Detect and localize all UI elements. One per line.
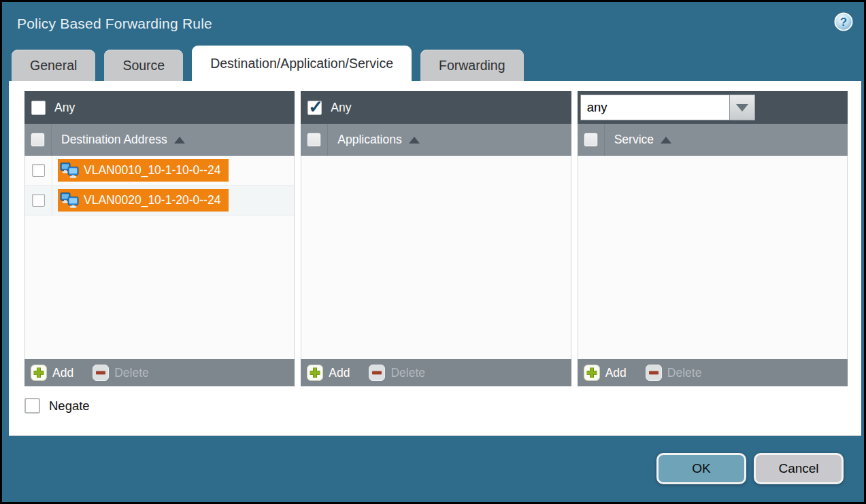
tab-forwarding[interactable]: Forwarding [420,50,524,81]
destination-any-label: Any [54,101,75,115]
applications-any-label: Any [331,101,351,115]
minus-icon [646,365,662,381]
sort-ascending-icon [174,137,185,144]
delete-button[interactable]: Delete [93,365,149,381]
dropdown-button[interactable] [730,95,755,120]
service-column: any Service [578,91,848,386]
service-footer-bar: Add Delete [578,359,848,386]
delete-button[interactable]: Delete [646,365,702,381]
applications-header-label[interactable]: Applications [337,133,401,147]
delete-button[interactable]: Delete [369,365,425,381]
table-row[interactable]: VLAN0010_10-1-10-0--24 [25,156,294,186]
network-address-icon [60,192,79,208]
svg-text:?: ? [840,16,847,29]
delete-button-label: Delete [114,366,149,380]
plus-icon [307,365,323,381]
add-button-label: Add [605,366,627,380]
destination-address-column: Any Destination Address [24,91,295,386]
applications-any-bar: Any [301,91,571,124]
address-item[interactable]: VLAN0010_10-1-10-0--24 [58,159,229,182]
row-checkbox[interactable] [32,194,45,207]
minus-icon [369,365,385,381]
address-item-label: VLAN0020_10-1-20-0--24 [84,193,220,207]
applications-column: Any Applications Add [301,91,571,386]
table-row[interactable]: VLAN0020_10-1-20-0--24 [25,186,294,216]
add-button-label: Add [52,366,73,380]
destination-any-checkbox[interactable] [31,101,46,115]
tab-destination-application-service[interactable]: Destination/Application/Service [192,46,412,81]
tab-bar: General Source Destination/Application/S… [12,46,864,81]
address-item[interactable]: VLAN0020_10-1-20-0--24 [58,189,229,212]
cancel-button[interactable]: Cancel [754,453,844,484]
dialog-titlebar: Policy Based Forwarding Rule ? [2,2,864,46]
ok-button[interactable]: OK [656,453,746,484]
applications-any-checkbox[interactable] [307,101,322,115]
add-button[interactable]: Add [31,365,73,381]
add-button-label: Add [329,366,350,380]
chevron-down-icon [736,104,748,112]
applications-list [301,156,571,359]
service-header-label[interactable]: Service [614,133,654,147]
dialog-actions: OK Cancel [656,453,844,484]
row-checkbox[interactable] [32,164,45,177]
tab-content-panel: Any Destination Address [9,81,861,436]
tab-general[interactable]: General [12,50,95,81]
plus-icon [31,365,47,381]
service-list [578,156,848,359]
destination-address-header: Destination Address [24,124,295,156]
destination-any-bar: Any [24,91,295,124]
help-icon[interactable]: ? [834,12,853,31]
delete-button-label: Delete [390,366,425,380]
destination-address-list: VLAN0010_10-1-10-0--24 [24,156,295,359]
tab-source[interactable]: Source [104,50,183,81]
negate-row: Negate [24,398,848,414]
applications-select-all-checkbox[interactable] [307,133,320,146]
add-button[interactable]: Add [307,365,350,381]
address-item-label: VLAN0010_10-1-10-0--24 [84,163,220,178]
service-header: Service [578,124,848,156]
plus-icon [584,365,600,381]
minus-icon [93,365,109,381]
sort-ascending-icon [661,137,671,144]
destination-select-all-checkbox[interactable] [31,133,44,146]
sort-ascending-icon [409,137,420,144]
negate-checkbox[interactable] [24,398,40,414]
policy-based-forwarding-rule-dialog: Policy Based Forwarding Rule ? General S… [0,0,866,504]
destination-address-header-label[interactable]: Destination Address [61,133,167,147]
network-address-icon [60,163,79,178]
service-dropdown-bar: any [578,91,848,124]
applications-footer-bar: Add Delete [301,359,571,386]
applications-header: Applications [301,124,571,156]
service-mode-dropdown[interactable]: any [580,95,730,120]
service-mode-value: any [587,100,607,115]
destination-footer-bar: Add Delete [24,359,295,386]
service-select-all-checkbox[interactable] [584,133,597,146]
add-button[interactable]: Add [584,365,627,381]
delete-button-label: Delete [667,366,702,380]
negate-label: Negate [49,399,90,414]
page-title: Policy Based Forwarding Rule [17,16,212,32]
